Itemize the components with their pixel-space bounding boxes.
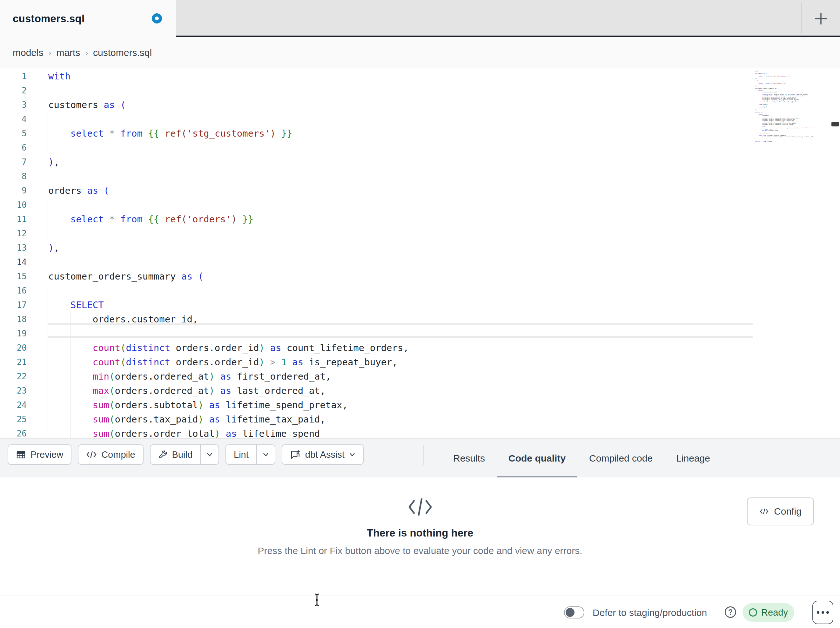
defer-toggle[interactable] (564, 606, 584, 619)
indent-guide (70, 312, 71, 438)
toggle-knob (565, 608, 575, 617)
tab-results[interactable]: Results (441, 439, 497, 478)
code-line-9[interactable]: 9orders as ( (0, 183, 840, 198)
chevron-down-icon (263, 452, 269, 457)
tab-bar-divider (801, 3, 802, 34)
tab-lineage[interactable]: Lineage (665, 439, 722, 478)
compile-label: Compile (101, 449, 135, 460)
code-line-24[interactable]: 24 sum(orders.subtotal) as lifetime_spen… (0, 398, 840, 412)
dbt-assist-button[interactable]: dbt Assist (282, 445, 364, 465)
line-number: 26 (0, 427, 27, 438)
line-number: 7 (0, 155, 27, 169)
build-dropdown[interactable] (200, 445, 218, 464)
code-line-18[interactable]: 18 orders.customer_id, (0, 312, 840, 327)
lint-button[interactable]: Lint (226, 445, 275, 465)
compile-button[interactable]: Compile (78, 445, 143, 465)
code-line-20[interactable]: 20 count(distinct orders.order_id) as co… (0, 341, 840, 355)
code-editor[interactable]: 1with23customers as (45 select * from {{… (0, 68, 840, 438)
code-line-8[interactable]: 8 (0, 169, 840, 183)
indent-guide (47, 284, 48, 438)
unsaved-changes-indicator (152, 13, 162, 24)
assist-label: dbt Assist (305, 449, 344, 460)
defer-label: Defer to staging/production (593, 607, 707, 618)
line-number: 20 (0, 341, 27, 355)
results-panel: There is nothing here Press the Lint or … (0, 478, 840, 596)
code-line-15[interactable]: 15customer_orders_summary as ( (0, 269, 840, 284)
tab-customers-sql[interactable]: customers.sql (0, 0, 176, 37)
breadcrumb-marts[interactable]: marts (56, 47, 80, 58)
ide-toolbar: Preview Compile Build (0, 438, 840, 478)
status-label: Ready (761, 607, 788, 618)
toolbar-divider (423, 445, 424, 465)
line-number: 10 (0, 198, 27, 212)
code-line-3[interactable]: 3customers as ( (0, 98, 840, 112)
breadcrumb-models[interactable]: models (13, 47, 44, 58)
breadcrumb-separator: › (80, 48, 93, 58)
empty-state-subtitle: Press the Lint or Fix button above to ev… (0, 546, 840, 556)
code-line-23[interactable]: 23 max(orders.ordered_at) as last_ordere… (0, 384, 840, 398)
code-line-19[interactable]: 19 (0, 327, 840, 341)
config-label: Config (774, 506, 802, 517)
status-ring-icon (749, 608, 757, 617)
code-icon (759, 508, 769, 515)
tab-compiled-code[interactable]: Compiled code (577, 439, 665, 478)
code-line-22[interactable]: 22 min(orders.ordered_at) as first_order… (0, 369, 840, 384)
line-number: 17 (0, 298, 27, 312)
tab-strip: customers.sql (0, 0, 840, 37)
new-tab-button[interactable] (813, 11, 829, 26)
code-line-6[interactable]: 6 (0, 141, 840, 155)
line-number: 25 (0, 412, 27, 427)
line-number: 12 (0, 226, 27, 241)
line-number: 8 (0, 169, 27, 183)
line-number: 5 (0, 127, 27, 141)
code-line-7[interactable]: 7), (0, 155, 840, 169)
line-number: 21 (0, 355, 27, 369)
chevron-down-icon (349, 452, 355, 457)
line-number: 18 (0, 312, 27, 327)
editor-scrollbar-thumb[interactable] (831, 122, 839, 127)
code-line-4[interactable]: 4 (0, 112, 840, 127)
indent-guide (47, 112, 48, 155)
empty-state: There is nothing here Press the Lint or … (0, 497, 840, 556)
code-line-1[interactable]: 1with (0, 69, 840, 84)
build-label: Build (172, 449, 193, 460)
tab-title: customers.sql (13, 13, 84, 25)
code-line-2[interactable]: 2 (0, 84, 840, 98)
line-number: 1 (0, 69, 27, 84)
code-line-17[interactable]: 17 SELECT (0, 298, 840, 312)
code-line-25[interactable]: 25 sum(orders.tax_paid) as lifetime_tax_… (0, 412, 840, 427)
minimap[interactable]: with customers as ( select * from {{ ref… (755, 71, 829, 148)
preview-button[interactable]: Preview (8, 445, 71, 465)
editor-scrollbar-track (830, 68, 830, 438)
wrench-icon (158, 450, 168, 459)
line-number: 13 (0, 241, 27, 255)
code-line-26[interactable]: 26 sum(orders.order_total) as lifetime_s… (0, 427, 840, 438)
build-button[interactable]: Build (150, 445, 219, 465)
help-icon[interactable] (725, 606, 736, 618)
status-badge: Ready (742, 603, 794, 622)
config-button[interactable]: Config (747, 497, 814, 525)
code-line-16[interactable]: 16 (0, 284, 840, 298)
code-line-10[interactable]: 10 (0, 198, 840, 212)
line-number: 15 (0, 269, 27, 284)
status-bar: Defer to staging/production Ready (0, 596, 840, 628)
more-options-button[interactable] (812, 601, 833, 624)
plus-icon (814, 12, 828, 26)
ibeam-cursor (313, 593, 321, 607)
table-icon (16, 449, 26, 460)
code-line-13[interactable]: 13), (0, 241, 840, 255)
panel-tabs: Results Code quality Compiled code Linea… (441, 439, 722, 478)
code-line-14[interactable]: 14 (0, 255, 840, 269)
empty-state-title: There is nothing here (0, 527, 840, 539)
code-line-5[interactable]: 5 select * from {{ ref('stg_customers') … (0, 127, 840, 141)
line-number: 3 (0, 98, 27, 112)
line-number: 4 (0, 112, 27, 127)
code-line-12[interactable]: 12 (0, 226, 840, 241)
line-number: 11 (0, 212, 27, 226)
lint-dropdown[interactable] (256, 445, 275, 464)
tab-code-quality[interactable]: Code quality (497, 439, 577, 478)
breadcrumb: models › marts › customers.sql (13, 37, 152, 68)
code-line-11[interactable]: 11 select * from {{ ref('orders') }} (0, 212, 840, 226)
breadcrumb-separator: › (44, 48, 57, 58)
code-line-21[interactable]: 21 count(distinct orders.order_id) > 1 a… (0, 355, 840, 369)
